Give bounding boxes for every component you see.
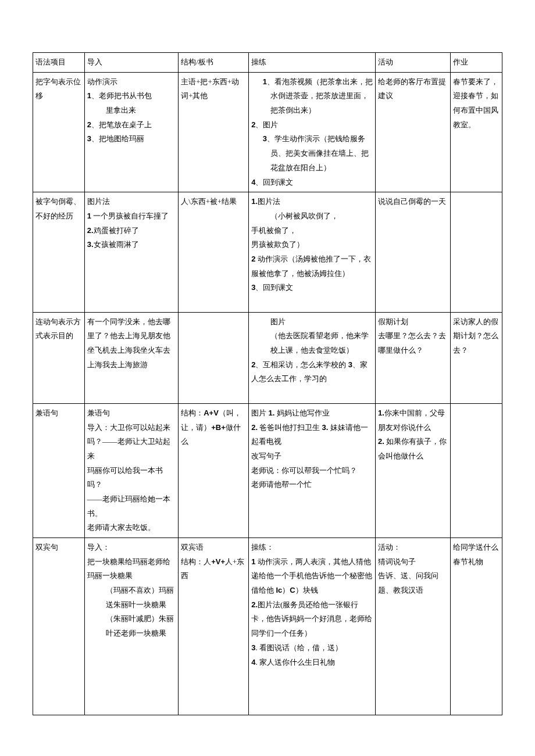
table-row: 连动句表示方式表示目的 有一个同学没来，他去哪里了？他去上海见朋友他坐飞机去上海…: [33, 312, 502, 403]
table-header-row: 语法项目 导入 结构/板书 操练 活动 作业: [33, 53, 502, 73]
cell-struct: 主语+把+东西+动词+其他: [179, 72, 249, 192]
intro-item: 1 一个男孩被自行车撞了: [87, 209, 176, 224]
drill-item: 4. 家人送你什么生日礼物: [251, 655, 373, 670]
intro-item: （玛丽不喜欢）玛丽送朱丽叶一块糖果（朱丽叶减肥）朱丽叶还老师一块糖果: [87, 583, 176, 641]
cell-activity: 1.你来中国前，父母朋友对你说什么 2. 如果你有孩子，你会叫他做什么: [376, 403, 451, 538]
intro-item: 把一块糖果给玛丽老师给玛丽一块糖果: [87, 555, 176, 583]
cell-drill: 图片 （他去医院看望老师，他来学校上课，他去食堂吃饭） 2、互相采访，怎么来学校…: [249, 312, 376, 403]
activity-item: 2. 如果你有孩子，你会叫他做什么: [378, 435, 448, 463]
cell-drill: 1.图片法 （小树被风吹倒了， 手机被偷了， 男孩被欺负了） 2 动作演示（汤姆…: [249, 192, 376, 313]
drill-item: 手机被偷了，: [251, 224, 373, 238]
cell-topic: 双宾句: [33, 538, 85, 715]
drill-item: 2.图片法(服务员还给他一张银行卡，他告诉妈妈一个好消息，老师给同学们一个任务）: [251, 598, 373, 641]
drill-item: 改写句子: [251, 449, 373, 464]
drill-item: 老师说：你可以帮我一个忙吗？: [251, 464, 373, 478]
drill-item: 4、回到课文: [251, 175, 373, 190]
activity-item: 1.你来中国前，父母朋友对你说什么: [378, 406, 448, 435]
drill-item: 1.图片法: [251, 195, 373, 209]
intro-item: 老师请大家去吃饭。: [87, 521, 176, 535]
cell-homework: 春节要来了，迎接春节，如何布置中国风教室。: [451, 72, 502, 192]
intro-item: 里拿出来: [87, 103, 176, 118]
cell-drill: 操练： 1 动作演示，两人表演，其他人猜他递给他一个手机他告诉他一个秘密他借给他…: [249, 538, 376, 715]
grammar-lesson-table: 语法项目 导入 结构/板书 操练 活动 作业 把字句表示位移 动作演示 1、老师…: [33, 52, 502, 715]
cell-homework: 采访家人的假期计划？怎么去？: [451, 312, 502, 403]
cell-topic: 被字句倒霉、不好的经历: [33, 192, 85, 313]
cell-activity: 假期计划 去哪里？怎么去？去哪里做什么？: [376, 312, 451, 403]
drill-item: 3、学生动作演示（把钱给服务员、把美女画像挂在墙上、把花盆放在阳台上）: [251, 132, 373, 175]
intro-item: 3、把地图给玛丽: [87, 132, 176, 146]
header-drill: 操练: [249, 53, 376, 73]
header-intro: 导入: [84, 53, 178, 73]
drill-title: 操练：: [251, 540, 373, 555]
drill-item: 2、图片: [251, 118, 373, 132]
header-activity: 活动: [376, 53, 451, 73]
table-row: 被字句倒霉、不好的经历 图片法 1 一个男孩被自行车撞了 2.鸡蛋被打碎了 3.…: [33, 192, 502, 313]
drill-item: （他去医院看望老师，他来学校上课，他去食堂吃饭）: [251, 329, 373, 357]
cell-intro: 动作演示 1、老师把书从书包 里拿出来 2、把笔放在桌子上 3、把地图给玛丽: [84, 72, 178, 192]
cell-drill: 1、看泡茶视频（把茶拿出来，把水倒进茶壶，把茶放进里面，把茶倒出来） 2、图片 …: [249, 72, 376, 192]
intro-item: ——老师让玛丽给她一本书。: [87, 492, 176, 521]
intro-title: 导入：: [87, 540, 176, 555]
drill-item: 图片: [251, 315, 373, 329]
intro-item: 2、把笔放在桌子上: [87, 118, 176, 132]
intro-item: 2.鸡蛋被打碎了: [87, 224, 176, 238]
cell-intro: 兼语句 导入：大卫你可以站起来吗？——老师让大卫站起来 玛丽你可以给我一本书吗？…: [84, 403, 178, 538]
intro-title: 动作演示: [87, 75, 176, 89]
cell-intro: 导入： 把一块糖果给玛丽老师给玛丽一块糖果 （玛丽不喜欢）玛丽送朱丽叶一块糖果（…: [84, 538, 178, 715]
drill-item: 3、回到课文: [251, 281, 373, 295]
drill-item: 2. 爸爸叫他打扫卫生 3. 妹妹请他一起看电视: [251, 421, 373, 449]
cell-activity: 活动： 猜词说句子 告诉、送、问我问题、教我汉语: [376, 538, 451, 715]
cell-intro: 图片法 1 一个男孩被自行车撞了 2.鸡蛋被打碎了 3.女孩被雨淋了: [84, 192, 178, 313]
cell-struct: 结构：A+V（叫，让，请）+B+做什么: [179, 403, 249, 538]
intro-item: 导入：大卫你可以站起来吗？——老师让大卫站起来: [87, 421, 176, 464]
page: 语法项目 导入 结构/板书 操练 活动 作业 把字句表示位移 动作演示 1、老师…: [0, 0, 535, 739]
drill-item: （小树被风吹倒了，: [251, 209, 373, 224]
cell-struct: [179, 312, 249, 403]
drill-item: 男孩被欺负了）: [251, 238, 373, 252]
cell-homework: [451, 192, 502, 313]
activity-title: 活动：: [378, 540, 448, 555]
table-row: 把字句表示位移 动作演示 1、老师把书从书包 里拿出来 2、把笔放在桌子上 3、…: [33, 72, 502, 192]
activity-item: 告诉、送、问我问题、教我汉语: [378, 569, 448, 597]
intro-title: 图片法: [87, 195, 176, 209]
cell-topic: 把字句表示位移: [33, 72, 85, 192]
drill-item: 3. 看图说话（给，借，送）: [251, 641, 373, 655]
intro-item: 3.女孩被雨淋了: [87, 238, 176, 252]
cell-homework: 给同学送什么春节礼物: [451, 538, 502, 715]
drill-item: 1、看泡茶视频（把茶拿出来，把水倒进茶壶，把茶放进里面，把茶倒出来）: [251, 75, 373, 118]
activity-text: 假期计划: [378, 315, 448, 329]
cell-topic: 兼语句: [33, 403, 85, 538]
cell-struct: 双宾语 结构：人+V+人+东西: [179, 538, 249, 715]
cell-activity: 给老师的客厅布置提建议: [376, 72, 451, 192]
drill-item: 1 动作演示，两人表演，其他人猜他递给他一个手机他告诉他一个秘密他借给他 Ic）…: [251, 555, 373, 598]
activity-text: 去哪里？怎么去？去哪里做什么？: [378, 329, 448, 357]
cell-topic: 连动句表示方式表示目的: [33, 312, 85, 403]
struct-text: 结构：人+V+人+东西: [181, 555, 246, 583]
cell-struct: 人\东西+被+结果: [179, 192, 249, 313]
drill-item: 图片 1. 妈妈让他写作业: [251, 406, 373, 421]
cell-homework: [451, 403, 502, 538]
intro-title: 兼语句: [87, 406, 176, 421]
activity-item: 猜词说句子: [378, 555, 448, 569]
table-row: 兼语句 兼语句 导入：大卫你可以站起来吗？——老师让大卫站起来 玛丽你可以给我一…: [33, 403, 502, 538]
header-homework: 作业: [451, 53, 502, 73]
header-topic: 语法项目: [33, 53, 85, 73]
table-row: 双宾句 导入： 把一块糖果给玛丽老师给玛丽一块糖果 （玛丽不喜欢）玛丽送朱丽叶一…: [33, 538, 502, 715]
drill-item: 老师请他帮一个忙: [251, 478, 373, 492]
drill-item: 2、互相采访，怎么来学校的 3、家人怎么去工作，学习的: [251, 358, 373, 386]
cell-drill: 图片 1. 妈妈让他写作业 2. 爸爸叫他打扫卫生 3. 妹妹请他一起看电视 改…: [249, 403, 376, 538]
cell-intro: 有一个同学没来，他去哪里了？他去上海见朋友他坐飞机去上海我坐火车去上海我去上海旅…: [84, 312, 178, 403]
drill-item: 2 动作演示（汤姆被他推了一下，衣服被他拿了，他被汤姆拉住）: [251, 252, 373, 281]
cell-activity: 说说自己倒霉的一天: [376, 192, 451, 313]
intro-item: 玛丽你可以给我一本书吗？: [87, 464, 176, 492]
struct-title: 双宾语: [181, 540, 246, 555]
intro-item: 1、老师把书从书包: [87, 89, 176, 103]
header-struct: 结构/板书: [179, 53, 249, 73]
